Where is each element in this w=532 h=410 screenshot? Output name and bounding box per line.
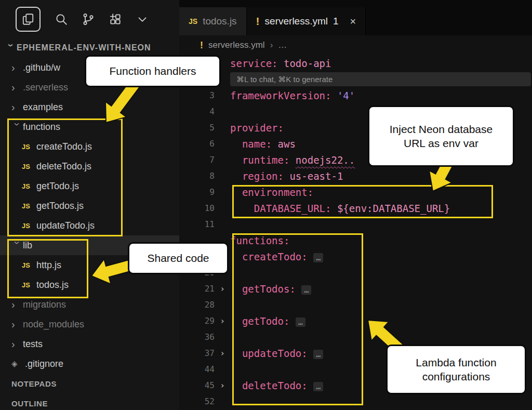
code-line[interactable]: 28 [179,297,532,313]
code-text: getTodo: … [230,315,305,327]
sidebar-item-node-modules[interactable]: ›node_modules [0,314,179,334]
fold-chevron-icon[interactable]: › [215,284,230,294]
code-line[interactable]: createTodo: … [179,248,532,264]
javascript-file-icon: JS [22,202,36,210]
code-text: environment: [230,187,313,198]
javascript-file-icon: JS [189,17,197,25]
folded-region-ellipsis: … [313,382,323,391]
chevron-right-icon: › [11,299,23,311]
code-line[interactable]: functions: [179,232,532,248]
chevron-down-icon[interactable] [135,12,150,27]
tab-badge: 1 [333,16,339,27]
sidebar-item-label: createTodo.js [36,141,92,152]
sidebar-item-functions[interactable]: ›functions [0,117,179,137]
code-line[interactable]: 21› getTodos: … [179,281,532,297]
fold-chevron-icon[interactable]: › [215,348,230,358]
code-line[interactable]: service: todo-api [179,55,532,71]
tab-todos-js[interactable]: JStodos.js [179,7,247,35]
sidebar-item-gettodos-js[interactable]: JSgetTodos.js [0,196,179,216]
sidebar-item-examples[interactable]: ›examples [0,97,179,117]
ai-hint-bar[interactable]: ⌘L to chat, ⌘K to generate [230,72,531,86]
line-number: 28 [179,300,215,310]
sidebar-item-label: functions [23,122,60,133]
tab-serverless-yml[interactable]: !serverless.yml1× [247,7,366,35]
code-text: region: us-east-1 [230,170,343,182]
sidebar-item-label: tests [23,339,43,350]
javascript-file-icon: JS [22,163,36,170]
code-token: runtime: [230,154,289,166]
chevron-right-icon: › [11,82,23,94]
code-token [296,283,301,295]
chevron-right-icon: › [11,319,23,330]
code-token: todo-api [278,58,331,69]
code-line[interactable]: 3frameworkVersion: '4' [179,87,532,103]
extensions-icon[interactable] [108,12,123,27]
code-line[interactable]: 36 [179,329,532,345]
sidebar-item-updatetodo-js[interactable]: JSupdateTodo.js [0,216,179,235]
line-number: 10 [179,203,215,213]
fold-chevron-icon[interactable]: › [215,380,230,390]
breadcrumb-file[interactable]: serverless.yml [208,40,265,50]
sidebar-item-gitignore[interactable]: ◈.gitignore [0,354,179,374]
code-line[interactable]: 52 [179,393,532,409]
code-token: us-east-1 [284,170,343,182]
code-text: deleteTodo: … [230,380,323,391]
code-token: '4' [331,90,355,101]
code-text: getTodos: … [230,283,311,295]
code-token: name: [230,138,272,150]
sidebar-item-label: todos.js [36,280,69,290]
line-number: 37 [179,348,215,358]
sidebar-item-deletetodo-js[interactable]: JSdeleteTodo.js [0,156,179,176]
explorer-tree: ›EPHEMERAL-ENV-WITH-NEON›.github/w›.serv… [0,38,179,410]
code-token: updateTodo: [230,348,308,359]
project-root-label: EPHEMERAL-ENV-WITH-NEON [17,43,151,52]
sidebar-section-outline[interactable]: OUTLINE [0,393,179,410]
javascript-file-icon: JS [22,281,36,289]
code-token: ${env:DATABASE_URL} [331,203,450,214]
code-token [308,348,313,359]
code-line[interactable]: 20 [179,264,532,281]
line-number: 52 [179,396,215,406]
fold-chevron-icon[interactable]: › [215,316,230,326]
close-icon[interactable]: × [350,16,356,28]
code-line[interactable]: 10 DATABASE_URL: ${env:DATABASE_URL} [179,200,532,216]
sidebar-item-todos-js[interactable]: JStodos.js [0,275,179,295]
code-token [308,251,313,262]
code-text: updateTodo: … [230,348,323,359]
warning-icon: ! [200,40,203,51]
code-token: nodejs22.. [296,154,355,166]
breadcrumb-ellipsis[interactable]: … [278,40,287,50]
code-line[interactable]: 29› getTodo: … [179,313,532,329]
line-number: 45 [179,380,215,390]
source-control-icon[interactable] [81,12,96,27]
sidebar-item-createtodo-js[interactable]: JScreateTodo.js [0,137,179,156]
code-token: createTodo: [230,251,308,262]
active-view-frame [16,7,41,32]
folded-region-ellipsis: … [313,350,323,359]
line-number: 7 [179,155,215,165]
sidebar-item-migrations[interactable]: ›migrations [0,295,179,314]
code-text: DATABASE_URL: ${env:DATABASE_URL} [230,203,450,214]
code-token: region: [230,170,284,182]
folded-region-ellipsis: … [296,318,305,327]
folded-region-ellipsis: … [301,285,311,295]
code-line[interactable]: 11 [179,216,532,232]
line-number: 44 [179,364,215,374]
code-token [289,315,295,327]
search-icon[interactable] [54,12,69,27]
code-line[interactable]: 9 environment: [179,184,532,200]
line-number: 11 [179,219,215,229]
callout-inject-neon-db-url: Inject Neon database URL as env var [368,105,514,167]
code-token: aws [272,138,296,150]
sidebar-item-tests[interactable]: ›tests [0,334,179,354]
code-line[interactable]: 8 region: us-east-1 [179,168,532,184]
sidebar-section-notepads[interactable]: NOTEPADS [0,374,179,393]
code-line[interactable]: ⌘L to chat, ⌘K to generate [179,71,532,87]
sidebar-item-gettodo-js[interactable]: JSgetTodo.js [0,176,179,196]
sidebar-section-label: NOTEPADS [11,379,57,388]
folded-region-ellipsis: … [313,253,323,262]
sidebar-item-label: getTodos.js [36,201,84,211]
code-token: getTodo: [230,315,289,327]
files-icon[interactable] [21,12,35,27]
code-token [289,154,295,166]
